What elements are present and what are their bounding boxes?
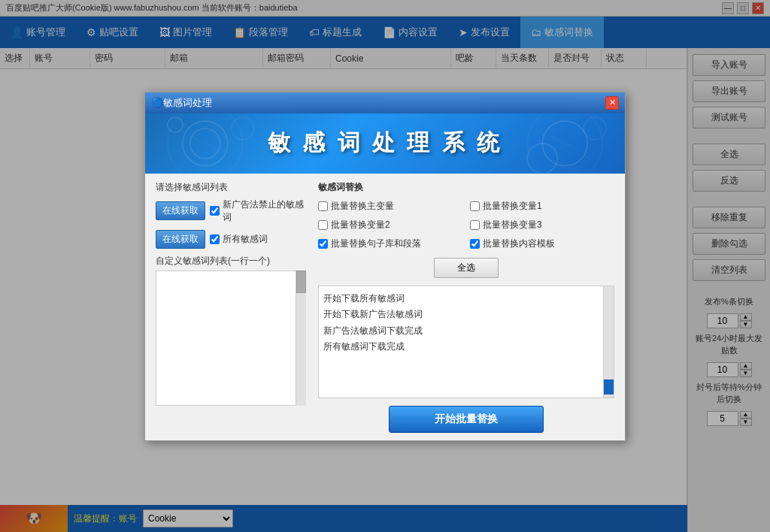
svg-point-3 xyxy=(232,116,254,139)
checkbox-var2: 批量替换变量2 xyxy=(318,219,462,231)
modal-overlay: 🔵 敏感词处理 ✕ 敏 感 词 处 理 系 统 xyxy=(0,0,770,532)
custom-list-label: 自定义敏感词列表(一行一个) xyxy=(156,255,306,268)
modal-banner-title: 敏 感 词 处 理 系 统 xyxy=(268,128,502,159)
sensitive-modal: 🔵 敏感词处理 ✕ 敏 感 词 处 理 系 统 xyxy=(144,92,626,441)
svg-line-9 xyxy=(190,135,220,150)
log-scrollbar[interactable] xyxy=(603,286,614,397)
log-line-1: 开始下载所有敏感词 xyxy=(323,291,599,307)
modal-right-panel: 敏感词替换 批量替换主变量 批量替换变量1 批量替换变量2 xyxy=(318,181,614,433)
select-all-row: 全选 xyxy=(318,258,614,278)
modal-close-btn[interactable]: ✕ xyxy=(605,96,619,110)
checkbox-label-2: 所有敏感词 xyxy=(210,233,268,246)
log-area: 开始下载所有敏感词 开始下载新广告法敏感词 新广告法敏感词下载完成 所有敏感词下… xyxy=(319,286,603,397)
log-area-container: 开始下载所有敏感词 开始下载新广告法敏感词 新广告法敏感词下载完成 所有敏感词下… xyxy=(318,286,614,398)
checkbox-main-var: 批量替换主变量 xyxy=(318,200,462,213)
modal-banner: 敏 感 词 处 理 系 统 xyxy=(145,113,625,174)
fetch-btn-2[interactable]: 在线获取 xyxy=(156,230,205,249)
log-line-2: 开始下载新广告法敏感词 xyxy=(323,307,599,323)
svg-point-4 xyxy=(168,116,183,131)
start-batch-replace-btn[interactable]: 开始批量替换 xyxy=(389,406,544,433)
panel-label: 请选择敏感词列表 xyxy=(156,181,306,194)
custom-textarea[interactable] xyxy=(156,271,306,406)
right-panel-label: 敏感词替换 xyxy=(318,181,614,194)
fetch-btn-1[interactable]: 在线获取 xyxy=(156,201,205,220)
checkbox-sentence-lib: 批量替换句子库和段落 xyxy=(318,237,462,250)
textarea-scrollbar[interactable] xyxy=(296,271,306,406)
modal-title-text: 敏感词处理 xyxy=(163,96,212,110)
checkbox-content-template: 批量替换内容模板 xyxy=(470,237,614,250)
checkbox-var3: 批量替换变量3 xyxy=(470,219,614,231)
fetch-row-1: 在线获取 新广告法禁止的敏感词 xyxy=(156,198,306,224)
checkboxes-grid: 批量替换主变量 批量替换变量1 批量替换变量2 批量替换变量3 xyxy=(318,200,614,250)
custom-textarea-container xyxy=(156,271,306,406)
modal-body: 请选择敏感词列表 在线获取 新广告法禁止的敏感词 在线获取 所有敏感词 自定义 xyxy=(145,174,625,440)
modal-titlebar: 🔵 敏感词处理 ✕ xyxy=(145,92,625,113)
log-scrollbar-thumb[interactable] xyxy=(604,379,614,394)
modal-left-panel: 请选择敏感词列表 在线获取 新广告法禁止的敏感词 在线获取 所有敏感词 自定义 xyxy=(156,181,306,433)
select-all-checkboxes-btn[interactable]: 全选 xyxy=(434,258,499,278)
fetch-row-2: 在线获取 所有敏感词 xyxy=(156,230,306,249)
log-line-3: 新广告法敏感词下载完成 xyxy=(323,323,599,340)
log-line-4: 所有敏感词下载完成 xyxy=(323,339,599,355)
checkbox-var1: 批量替换变量1 xyxy=(470,200,614,213)
checkbox-label-1: 新广告法禁止的敏感词 xyxy=(210,198,306,224)
start-btn-row: 开始批量替换 xyxy=(318,406,614,433)
scrollbar-thumb[interactable] xyxy=(296,271,306,293)
checkbox-new-ad[interactable] xyxy=(210,206,220,216)
checkbox-all-sensitive[interactable] xyxy=(210,234,220,244)
modal-title-icon: 🔵 xyxy=(151,97,163,108)
